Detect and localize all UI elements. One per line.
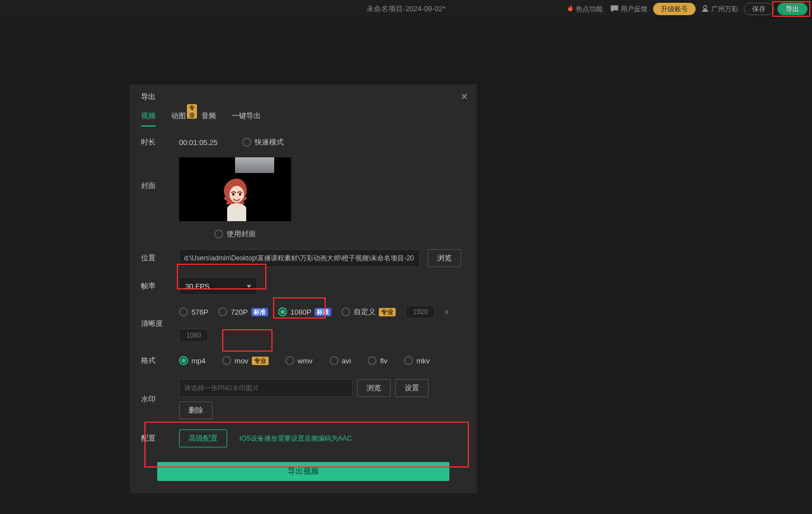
- pro-badge: 专业: [379, 308, 396, 316]
- close-icon[interactable]: ✕: [461, 91, 468, 102]
- svg-point-0: [703, 6, 707, 9]
- format-avi-radio[interactable]: avi: [330, 356, 351, 365]
- topbar-right-group: 热点功能 用户反馈 升级账号 广州万彩 保存 导出: [565, 0, 808, 18]
- row-cover: 封面 使用封面: [141, 157, 466, 239]
- fps-select[interactable]: 30 FPS: [179, 277, 257, 295]
- format-label: 格式: [141, 356, 179, 366]
- user-icon: [701, 4, 709, 14]
- format-wmv-radio[interactable]: wmv: [285, 356, 313, 365]
- watermark-settings-button[interactable]: 设置: [395, 379, 429, 397]
- upgrade-button[interactable]: 升级账号: [653, 3, 696, 15]
- browse-path-button[interactable]: 浏览: [428, 249, 461, 267]
- res-1080p-radio[interactable]: 1080P标准: [278, 307, 332, 316]
- chat-icon: [611, 5, 618, 13]
- row-format: 格式 mp4 mov专业 wmv avi flv mkv: [141, 356, 466, 366]
- cover-label: 封面: [141, 157, 179, 191]
- res-width-input[interactable]: [406, 305, 435, 319]
- watermark-browse-button[interactable]: 浏览: [357, 379, 391, 397]
- config-label: 配置: [141, 433, 179, 443]
- fps-label: 帧率: [141, 281, 179, 291]
- row-path: 位置 浏览: [141, 249, 466, 267]
- pro-badge: 专业: [252, 357, 269, 365]
- duration-label: 时长: [141, 137, 179, 147]
- row-export-button: 导出视频: [141, 462, 466, 481]
- fast-mode-radio[interactable]: 快速模式: [242, 137, 284, 147]
- cover-bg-window: [235, 157, 274, 173]
- cover-thumbnail[interactable]: [179, 157, 291, 221]
- topbar-export-button[interactable]: 导出: [777, 3, 808, 15]
- feedback-label: 用户反馈: [621, 4, 647, 14]
- advanced-config-button[interactable]: 高级配置: [179, 429, 227, 447]
- res-720p-radio[interactable]: 720P标准: [218, 307, 267, 316]
- res-custom-radio[interactable]: 自定义专业: [341, 307, 396, 317]
- chevron-down-icon: [247, 285, 251, 288]
- res-height-input[interactable]: [179, 329, 208, 342]
- row-resolution: 清晰度 576P 720P标准 1080P标准 自定义专业 x: [141, 305, 466, 342]
- tab-gif[interactable]: 动图专业: [171, 108, 186, 127]
- format-mov-radio[interactable]: mov专业: [222, 356, 269, 365]
- output-path-input[interactable]: [179, 249, 420, 267]
- app-topbar: 未命名项目-2024-09-02* 热点功能 用户反馈 升级账号 广州万彩 保存…: [0, 0, 812, 18]
- watermark-delete-button[interactable]: 删除: [179, 401, 213, 419]
- account-label: 广州万彩: [711, 4, 738, 14]
- export-modal: 导出 ✕ 视频 动图专业 音频 一键导出 时长 00:01:05.25 快速模式…: [130, 85, 477, 493]
- res-576p-radio[interactable]: 576P: [179, 307, 208, 316]
- hot-features-button[interactable]: 热点功能: [565, 4, 605, 14]
- path-label: 位置: [141, 253, 179, 263]
- duration-value: 00:01:05.25: [179, 138, 218, 147]
- ios-aac-tip: iOS设备播放需要设置音频编码为AAC: [240, 434, 352, 443]
- tab-onekey[interactable]: 一键导出: [232, 108, 261, 127]
- radio-icon: [242, 138, 251, 147]
- use-cover-radio[interactable]: 使用封面: [214, 229, 256, 239]
- pro-badge: 专业: [187, 104, 197, 119]
- format-mkv-radio[interactable]: mkv: [404, 356, 430, 365]
- row-config: 配置 高级配置 iOS设备播放需要设置音频编码为AAC: [141, 429, 466, 447]
- fps-value: 30 FPS: [185, 282, 209, 291]
- modal-body: 时长 00:01:05.25 快速模式 封面: [130, 127, 477, 493]
- svg-point-3: [239, 193, 241, 196]
- std-badge: 标准: [251, 308, 268, 316]
- account-button[interactable]: 广州万彩: [699, 4, 740, 14]
- row-duration: 时长 00:01:05.25 快速模式: [141, 137, 466, 147]
- radio-icon: [214, 230, 223, 239]
- hot-features-label: 热点功能: [576, 4, 603, 14]
- tab-video[interactable]: 视频: [141, 108, 156, 127]
- format-flv-radio[interactable]: flv: [368, 356, 387, 365]
- row-watermark: 水印 浏览 设置 删除: [141, 379, 466, 419]
- tab-audio[interactable]: 音频: [201, 108, 216, 127]
- save-button[interactable]: 保存: [744, 3, 774, 15]
- export-video-button[interactable]: 导出视频: [157, 462, 449, 481]
- flame-icon: [567, 4, 574, 14]
- modal-title: 导出: [141, 92, 156, 102]
- format-mp4-radio[interactable]: mp4: [179, 356, 205, 365]
- watermark-path-input[interactable]: [179, 379, 353, 397]
- row-fps: 帧率 30 FPS: [141, 277, 466, 295]
- resolution-label: 清晰度: [141, 319, 179, 329]
- export-tabs: 视频 动图专业 音频 一键导出: [130, 104, 477, 127]
- feedback-button[interactable]: 用户反馈: [608, 4, 650, 14]
- svg-point-2: [232, 193, 234, 196]
- modal-header: 导出 ✕: [130, 85, 477, 104]
- std-badge: 标准: [315, 308, 331, 316]
- project-title: 未命名项目-2024-09-02*: [367, 4, 445, 14]
- watermark-label: 水印: [141, 394, 179, 404]
- res-x-label: x: [445, 308, 448, 316]
- cover-avatar-icon: [217, 174, 256, 221]
